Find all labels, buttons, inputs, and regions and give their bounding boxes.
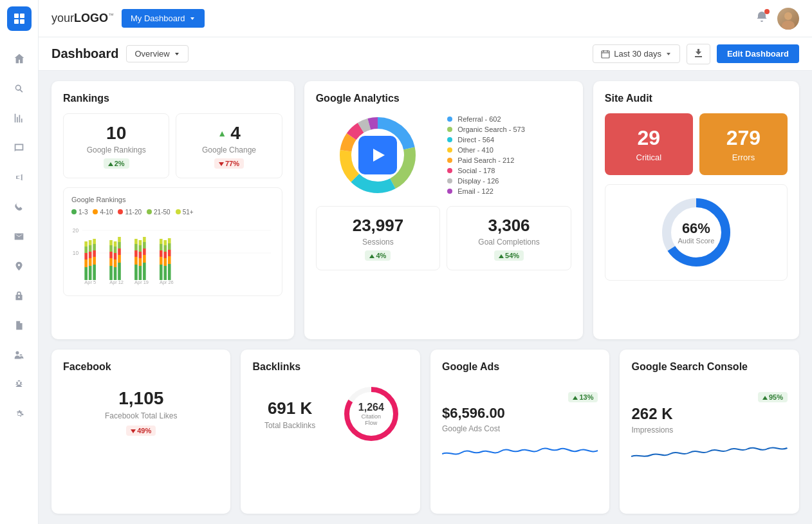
analytics-title: Google Analytics xyxy=(316,93,571,104)
nav-left: yourLOGO™ My Dashboard xyxy=(51,9,205,28)
sidebar-icon-location[interactable] xyxy=(7,254,32,278)
down-arrow-icon xyxy=(219,162,224,166)
console-up-icon xyxy=(762,396,768,400)
date-range-button[interactable]: Last 30 days xyxy=(593,44,680,63)
paid-dot xyxy=(447,158,452,163)
sidebar-icon-settings[interactable] xyxy=(7,402,32,426)
svg-rect-8 xyxy=(602,51,609,58)
avatar[interactable] xyxy=(777,8,799,30)
rankings-title: Rankings xyxy=(63,93,282,104)
svg-rect-68 xyxy=(163,258,167,266)
search-console-value: 262 K xyxy=(631,405,788,423)
rankings-top: 10 Google Rankings 2% ▲ 4 Google Change … xyxy=(63,113,282,178)
svg-rect-66 xyxy=(160,239,163,244)
sidebar-icon-search[interactable] xyxy=(7,76,32,100)
svg-text:Apr 5: Apr 5 xyxy=(84,279,96,285)
goal-completions-badge: 54% xyxy=(494,250,524,261)
svg-rect-31 xyxy=(93,239,96,244)
svg-rect-25 xyxy=(89,245,92,252)
notification-bell-icon[interactable] xyxy=(755,10,768,26)
facebook-likes-label: Facebook Total Likes xyxy=(63,411,219,420)
facebook-card: Facebook 1,105 Facebook Total Likes 49% xyxy=(51,350,230,514)
audit-score-area: 66% Audit Score xyxy=(605,184,788,281)
svg-rect-37 xyxy=(114,267,117,280)
sidebar-icon-plugin[interactable] xyxy=(7,372,32,397)
svg-marker-12 xyxy=(667,53,670,55)
overview-button[interactable]: Overview xyxy=(126,45,188,62)
svg-rect-22 xyxy=(89,266,92,280)
sidebar-icon-chart[interactable] xyxy=(7,106,32,130)
citation-label: Citation Flow xyxy=(355,413,387,426)
svg-rect-47 xyxy=(134,265,138,280)
legend-display: Display - 126 xyxy=(447,177,571,185)
svg-rect-0 xyxy=(14,14,19,18)
chart-label: Google Rankings xyxy=(71,196,274,203)
goal-completions-label: Goal Completions xyxy=(456,238,562,247)
svg-rect-43 xyxy=(118,255,121,263)
svg-rect-62 xyxy=(160,265,163,280)
sidebar-icon-users[interactable] xyxy=(7,342,32,367)
sidebar-icon-phone[interactable] xyxy=(7,194,32,219)
my-dashboard-button[interactable]: My Dashboard xyxy=(122,9,205,28)
google-change-stat: ▲ 4 Google Change 77% xyxy=(176,113,282,178)
legend-other: Other - 410 xyxy=(447,146,571,154)
legend-1-3: 1-3 xyxy=(71,209,88,216)
citation-flow-wrapper: 1,264 Citation Flow xyxy=(334,382,409,446)
svg-point-5 xyxy=(784,12,792,20)
citation-center: 1,264 Citation Flow xyxy=(355,402,387,426)
legend-organic: Organic Search - 573 xyxy=(447,126,571,133)
google-ads-card: Google Ads 13% $6,596.00 Google Ads Cost xyxy=(430,350,610,514)
download-button[interactable] xyxy=(687,44,710,64)
google-rankings-stat: 10 Google Rankings 2% xyxy=(63,113,169,178)
donut-wrapper: 2,787 Sessions xyxy=(336,113,420,197)
sidebar-icon-doc[interactable] xyxy=(7,313,32,337)
score-donut-wrapper: 66% Audit Score xyxy=(658,194,735,271)
analytics-card: Google Analytics xyxy=(304,81,583,339)
sidebar-icon-chat[interactable] xyxy=(7,135,32,160)
sidebar-icon-home[interactable] xyxy=(7,46,32,71)
score-center: 66% Audit Score xyxy=(678,220,714,245)
total-sessions-stat: 23,997 Sessions 4% xyxy=(316,206,441,270)
score-value: 66% xyxy=(678,220,714,237)
page-title: Dashboard xyxy=(51,46,118,61)
search-console-badge: 95% xyxy=(758,392,788,402)
legend-11-20: 11-20 xyxy=(118,209,142,216)
svg-rect-41 xyxy=(114,241,117,247)
svg-rect-29 xyxy=(93,250,96,257)
errors-value: 279 xyxy=(706,126,781,150)
search-console-label: Impressions xyxy=(631,426,788,435)
google-ads-title: Google Ads xyxy=(442,361,598,373)
svg-rect-32 xyxy=(109,266,113,280)
google-rankings-badge: 2% xyxy=(104,158,129,169)
citation-donut-wrapper: 1,264 Citation Flow xyxy=(339,382,403,446)
google-ads-badge: 13% xyxy=(568,392,598,402)
sidebar-icon-megaphone[interactable] xyxy=(7,165,32,189)
svg-rect-65 xyxy=(160,244,163,250)
svg-rect-3 xyxy=(20,19,24,24)
sidebar-icon-mail[interactable] xyxy=(7,224,32,248)
critical-box: 29 Critical xyxy=(605,113,693,175)
sidebar-home-icon[interactable] xyxy=(7,6,32,31)
svg-rect-42 xyxy=(118,263,121,280)
backlinks-content: 691 K Total Backlinks 1,264 Citation Flo… xyxy=(252,382,409,446)
legend-4-10: 4-10 xyxy=(93,209,113,216)
svg-text:Apr 12: Apr 12 xyxy=(109,279,124,285)
svg-rect-40 xyxy=(114,247,117,253)
analytics-top: 2,787 Sessions Referral - 602 xyxy=(316,113,571,197)
svg-text:10: 10 xyxy=(73,250,78,256)
svg-rect-35 xyxy=(109,245,113,252)
svg-point-6 xyxy=(782,21,795,30)
sidebar-icon-lock[interactable] xyxy=(7,283,32,308)
svg-rect-60 xyxy=(143,242,146,248)
google-rankings-value: 10 xyxy=(70,123,162,144)
play-button[interactable] xyxy=(358,136,397,174)
rankings-chart-area: Google Rankings 1-3 4-10 11-20 21-50 51+… xyxy=(63,187,282,296)
svg-rect-27 xyxy=(93,265,96,280)
svg-rect-76 xyxy=(168,238,171,243)
edit-dashboard-button[interactable]: Edit Dashboard xyxy=(717,44,799,63)
legend-social: Social - 178 xyxy=(447,167,571,174)
nav-right xyxy=(755,8,799,30)
google-change-label: Google Change xyxy=(183,145,275,154)
facebook-likes-value: 1,105 xyxy=(63,388,219,409)
svg-rect-67 xyxy=(163,266,167,280)
